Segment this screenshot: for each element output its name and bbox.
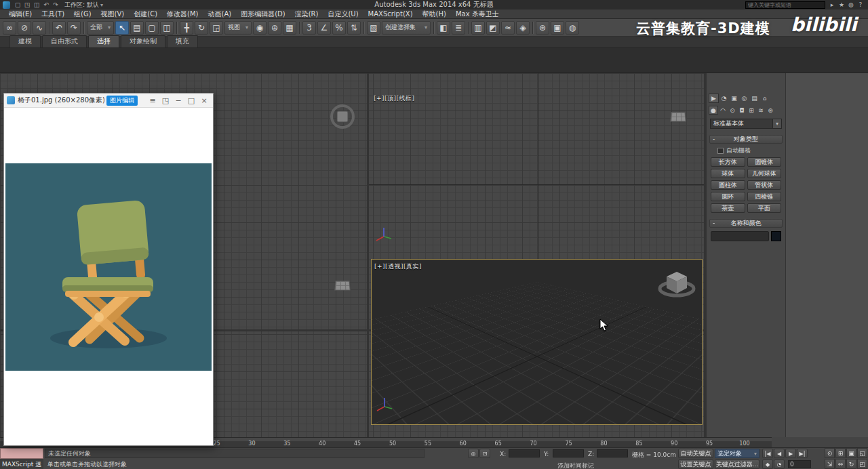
menu-item[interactable]: 修改器(M)	[162, 9, 203, 19]
go-to-start-icon[interactable]: |◀	[762, 449, 773, 458]
new-scene-icon[interactable]: ▢	[13, 1, 22, 9]
undo-icon[interactable]: ↶	[52, 21, 66, 35]
window-minimize-icon[interactable]: −	[172, 96, 184, 105]
helpers-category-icon[interactable]: ⊞	[747, 106, 756, 115]
select-by-name-icon[interactable]: ▤	[130, 21, 144, 35]
selection-filter-dropdown[interactable]: 全部▾	[87, 21, 114, 35]
object-type-button[interactable]: 长方体	[711, 157, 745, 167]
redo-icon[interactable]: ↷	[51, 1, 60, 9]
rollout-name-color[interactable]: - 名称和颜色	[709, 219, 783, 228]
redo-icon[interactable]: ↷	[67, 21, 81, 35]
object-type-button[interactable]: 圆柱体	[711, 180, 745, 190]
auto-key-button[interactable]: 自动关键点	[678, 449, 713, 458]
percent-snap-toggle-icon[interactable]: %	[332, 21, 346, 35]
hierarchy-tab-icon[interactable]: ▣	[729, 94, 739, 103]
render-setup-icon[interactable]: ⊛	[536, 21, 549, 35]
menu-item[interactable]: 工具(T)	[37, 9, 69, 19]
graphite-modeling-toggle-icon[interactable]: ◩	[486, 21, 500, 35]
object-type-button[interactable]: 几何球体	[747, 169, 782, 178]
image-window-titlebar[interactable]: 椅子01.jpg (260×280像素) 图片编辑 ≡◳−□×	[4, 94, 213, 108]
window-menu-icon[interactable]: ≡	[146, 96, 159, 105]
menu-item[interactable]: Max 杀毒卫士	[451, 9, 504, 19]
communication-center-icon[interactable]: ◍	[846, 1, 856, 9]
cameras-category-icon[interactable]: ◘	[737, 106, 747, 115]
edit-named-selection-sets-icon[interactable]: ▧	[367, 21, 380, 35]
viewport-label-perspective[interactable]: [+][透视][真实]	[374, 262, 422, 271]
ribbon-tab[interactable]: 自由形式	[42, 35, 87, 47]
menu-item[interactable]: 编辑(E)	[4, 9, 37, 19]
isolate-selection-toggle-icon[interactable]: ◎	[468, 449, 479, 458]
time-configuration-icon[interactable]: ◔	[774, 460, 785, 469]
utilities-tab-icon[interactable]: ⌂	[760, 94, 770, 103]
window-fullscreen-icon[interactable]: ◳	[159, 96, 172, 105]
viewcube-top-icon[interactable]	[670, 112, 686, 121]
zoom-extents-all-icon[interactable]: ◱	[857, 448, 867, 458]
key-filters-button[interactable]: 关键点过滤器...	[715, 460, 760, 469]
ribbon-tab[interactable]: 建模	[9, 35, 41, 47]
rendered-frame-window-icon[interactable]: ▣	[551, 21, 564, 35]
key-mode-toggle-icon[interactable]: ◆	[762, 460, 773, 469]
rollout-object-type[interactable]: - 对象类型	[709, 135, 783, 144]
object-type-button[interactable]: 管状体	[747, 180, 782, 190]
help-icon[interactable]: ?	[856, 1, 865, 9]
create-tab-icon[interactable]: ▶	[709, 94, 719, 103]
named-selection-sets-dropdown[interactable]: 创建选择集▾	[382, 21, 431, 35]
go-to-end-icon[interactable]: ▶|	[797, 449, 808, 458]
object-type-button[interactable]: 茶壶	[711, 203, 745, 213]
menu-item[interactable]: 渲染(R)	[290, 9, 323, 19]
current-frame-field[interactable]	[788, 460, 811, 468]
reference-coordinate-system-dropdown[interactable]: 视图▾	[224, 21, 252, 35]
menu-item[interactable]: 创建(C)	[129, 9, 162, 19]
viewcube-orthographic-icon[interactable]	[328, 102, 357, 131]
use-pivot-point-center-icon[interactable]: ◉	[253, 21, 267, 35]
motion-tab-icon[interactable]: ◎	[739, 94, 749, 103]
zoom-icon[interactable]: ⊙	[825, 448, 835, 458]
select-and-manipulate-icon[interactable]: ⊕	[268, 21, 281, 35]
snaps-toggle-3d-icon[interactable]: 3	[302, 21, 316, 35]
image-edit-button[interactable]: 图片编辑	[106, 96, 138, 106]
select-and-move-icon[interactable]: ╋	[180, 21, 193, 35]
geometry-category-icon[interactable]: ●	[709, 106, 718, 115]
menu-item[interactable]: 动画(A)	[203, 9, 237, 19]
window-close-icon[interactable]: ×	[198, 96, 210, 105]
display-tab-icon[interactable]: ▤	[749, 94, 760, 103]
selection-set-dropdown[interactable]: 选定对象 ▾	[715, 449, 760, 458]
menu-item[interactable]: 组(G)	[69, 9, 96, 19]
render-production-icon[interactable]: ◍	[566, 21, 579, 35]
maxscript-listener-label[interactable]: MAXScript 迷	[0, 459, 43, 469]
window-crossing-icon[interactable]: ◫	[160, 21, 174, 35]
object-type-button[interactable]: 圆锥体	[747, 157, 782, 167]
layer-manager-icon[interactable]: ▥	[471, 21, 485, 35]
shapes-category-icon[interactable]: ◠	[718, 106, 728, 115]
add-time-tag-button[interactable]: 添加时间标记	[557, 462, 594, 469]
bind-to-space-warp-icon[interactable]: ∿	[33, 21, 46, 35]
undo-icon[interactable]: ↶	[41, 1, 51, 9]
menu-item[interactable]: MAXScript(X)	[363, 9, 418, 19]
zoom-extents-icon[interactable]: ▣	[846, 448, 856, 458]
systems-category-icon[interactable]: ⊛	[766, 106, 775, 115]
object-type-button[interactable]: 球体	[711, 169, 745, 178]
save-file-icon[interactable]: ◫	[32, 1, 41, 9]
lights-category-icon[interactable]: ⊙	[728, 106, 737, 115]
viewcube-left-icon[interactable]	[334, 281, 350, 290]
ribbon-tab[interactable]: 对象绘制	[121, 35, 165, 47]
object-color-swatch[interactable]	[771, 231, 781, 241]
select-and-rotate-icon[interactable]: ↻	[195, 21, 208, 35]
set-key-button[interactable]: 设置关键点	[678, 460, 713, 469]
viewport-label-top[interactable]: [+][顶][线框]	[374, 94, 415, 103]
select-and-scale-icon[interactable]: ◲	[210, 21, 223, 35]
menu-item[interactable]: 自定义(U)	[323, 9, 363, 19]
open-file-icon[interactable]: ◳	[22, 1, 32, 9]
selection-lock-toggle-icon[interactable]: ⊡	[479, 449, 490, 458]
space-warps-category-icon[interactable]: ≋	[756, 106, 766, 115]
macro-recorder-field[interactable]	[0, 448, 43, 459]
object-type-button[interactable]: 圆环	[711, 192, 745, 201]
viewport-splitter-vertical[interactable]	[367, 73, 369, 437]
search-go-icon[interactable]: ▸	[827, 1, 837, 9]
z-coordinate-field[interactable]	[597, 449, 628, 457]
maximize-viewport-toggle-icon[interactable]: ◰	[857, 459, 867, 469]
image-viewer-window[interactable]: 椅子01.jpg (260×280像素) 图片编辑 ≡◳−□×	[3, 93, 214, 446]
ribbon-tab[interactable]: 选择	[88, 35, 119, 47]
favorites-icon[interactable]: ★	[837, 1, 846, 9]
viewcube-perspective-icon[interactable]	[657, 268, 696, 299]
